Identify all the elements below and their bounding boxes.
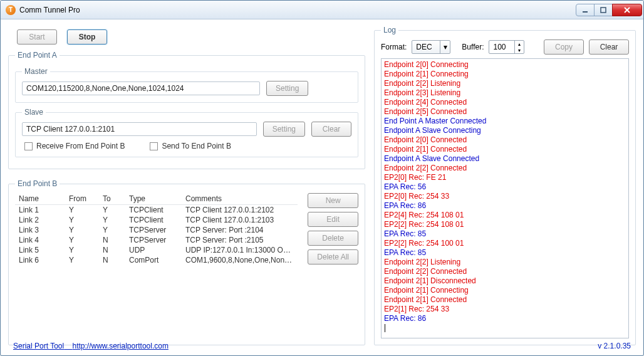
log-textarea[interactable]: Endpoint 2[0] ConnectingEndpoint 2[1] Co… [381, 58, 629, 338]
log-line: EPA Rec: 85 [384, 229, 626, 239]
log-line: Endpoint 2[2] Listening [384, 258, 626, 267]
chevron-down-icon: ▾ [515, 47, 524, 53]
log-group: Log Format: DEC ▾ Buffer: 100 ▴ ▾ [374, 26, 636, 345]
chevron-up-icon: ▴ [515, 41, 524, 47]
window-title: Comm Tunnel Pro [19, 6, 576, 14]
send-checkbox[interactable]: Send To End Point B [150, 142, 231, 150]
slave-group: Slave TCP Client 127.0.0.1:2101 Setting … [15, 108, 358, 157]
slave-value-input[interactable]: TCP Client 127.0.0.1:2101 [22, 122, 257, 136]
delete-all-button[interactable]: Delete All [308, 249, 358, 264]
table-row[interactable]: Link 2YYTCPClientTCP Client 127.0.0.1:21… [15, 215, 298, 225]
table-header: Name From To Type Comments [15, 193, 298, 205]
log-line: Endpoint 2[2] Listening [384, 79, 626, 88]
endpoint-b-legend: End Point B [15, 179, 60, 188]
endpoint-a-group: End Point A Master COM120,115200,8,None,… [8, 51, 365, 169]
log-line: EP2[2] Rec: 254 100 01 [384, 239, 626, 248]
slave-setting-button[interactable]: Setting [263, 122, 305, 137]
titlebar[interactable]: T Comm Tunnel Pro [1, 1, 643, 19]
log-line: Endpoint 2[1] Disconnected [384, 276, 626, 286]
log-line: Endpoint 2[2] Connected [384, 267, 626, 276]
log-line: Endpoint 2[1] Connecting [384, 286, 626, 295]
delete-button[interactable]: Delete [308, 231, 358, 246]
master-value-input[interactable]: COM120,115200,8,None,One,None,1024,1024 [22, 81, 260, 95]
checkbox-icon [150, 142, 158, 150]
log-line: EP2[4] Rec: 254 108 01 [384, 211, 626, 220]
endpoint-a-legend: End Point A [15, 51, 60, 60]
table-row[interactable]: Link 3YYTCPServerTCP Server: Port :2104 [15, 225, 298, 235]
table-row[interactable]: Link 5YNUDPUDP IP:127.0.0.1 In:13000 Out… [15, 245, 298, 255]
copy-button[interactable]: Copy [544, 39, 584, 55]
stop-button[interactable]: Stop [67, 29, 107, 45]
format-label: Format: [381, 43, 407, 51]
log-line: Endpoint A Slave Connected [384, 154, 626, 164]
log-line: End Point A Master Connected [384, 117, 626, 126]
slave-legend: Slave [22, 108, 46, 117]
log-line: Endpoint 2[1] Connected [384, 295, 626, 305]
log-line: EP2[0] Rec: FE 21 [384, 173, 626, 182]
log-line: Endpoint 2[0] Connecting [384, 60, 626, 70]
log-legend: Log [381, 26, 398, 34]
table-row[interactable]: Link 1YYTCPClientTCP Client 127.0.0.1:21… [15, 205, 298, 215]
log-clear-button[interactable]: Clear [589, 39, 629, 55]
start-button[interactable]: Start [17, 29, 57, 45]
edit-button[interactable]: Edit [308, 212, 358, 227]
log-line: EP2[0] Rec: 254 33 [384, 192, 626, 201]
log-line: Endpoint 2[1] Connecting [384, 70, 626, 79]
new-button[interactable]: New [308, 193, 358, 208]
format-combo[interactable]: DEC ▾ [412, 40, 450, 54]
log-line: EP2[2] Rec: 254 108 01 [384, 220, 626, 229]
log-line: Endpoint 2[0] Connected [384, 135, 626, 145]
app-icon: T [6, 5, 16, 15]
start-label: Start [29, 33, 44, 41]
log-line: Endpoint A Slave Connecting [384, 126, 626, 135]
endpoint-b-group: End Point B Name From To Type Comments L… [8, 179, 365, 345]
buffer-label: Buffer: [462, 43, 484, 51]
receive-checkbox[interactable]: Receive From End Point B [24, 142, 125, 150]
table-row[interactable]: Link 6YNComPortCOM1,9600,8,None,One,None… [15, 255, 298, 265]
slave-clear-button[interactable]: Clear [311, 122, 351, 137]
master-setting-button[interactable]: Setting [266, 81, 308, 96]
log-line: EPA Rec: 86 [384, 201, 626, 211]
log-line: Endpoint 2[5] Connected [384, 107, 626, 117]
version-label: v 2.1.0.35 [598, 342, 631, 350]
table-row[interactable]: Link 4YNTCPServerTCP Server: Port :2105 [15, 235, 298, 245]
close-button[interactable] [612, 4, 642, 16]
minimize-button[interactable] [576, 4, 595, 16]
chevron-down-icon: ▾ [440, 41, 450, 53]
master-legend: Master [22, 67, 50, 76]
endpoint-b-table[interactable]: Link 1YYTCPClientTCP Client 127.0.0.1:21… [15, 205, 298, 265]
log-line: Endpoint 2[2] Connected [384, 164, 626, 173]
checkbox-icon [24, 142, 33, 150]
stop-label: Stop [79, 33, 96, 41]
svg-rect-1 [601, 8, 606, 13]
log-line: EPA Rec: 56 [384, 182, 626, 192]
footer-link[interactable]: Serial Port Tool http://www.serialportto… [13, 342, 169, 350]
maximize-button[interactable] [594, 4, 613, 16]
log-line: Endpoint 2[4] Connected [384, 98, 626, 107]
log-line: EPA Rec: 86 [384, 314, 626, 323]
log-line: Endpoint 2[1] Connected [384, 145, 626, 154]
log-line: Endpoint 2[3] Listening [384, 88, 626, 98]
master-group: Master COM120,115200,8,None,One,None,102… [15, 67, 358, 103]
buffer-spin[interactable]: 100 ▴ ▾ [489, 40, 524, 54]
log-line: EP2[1] Rec: 254 33 [384, 305, 626, 314]
log-line: EPA Rec: 85 [384, 248, 626, 258]
